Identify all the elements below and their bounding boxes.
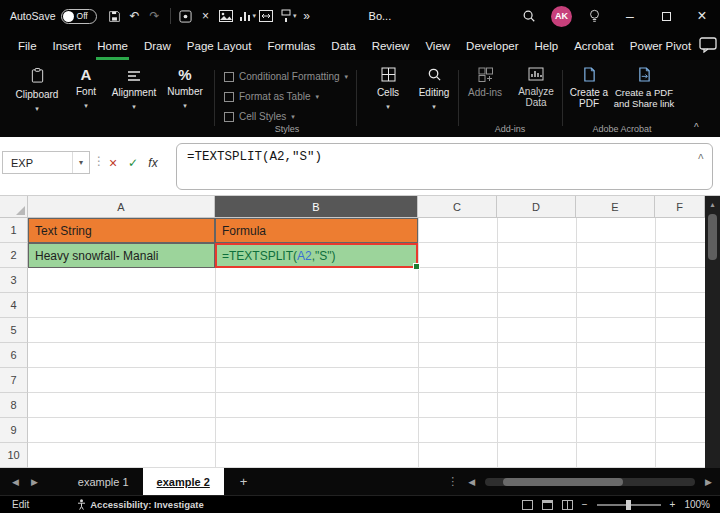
- cell-styles-button[interactable]: Cell Styles ▾: [224, 109, 295, 124]
- sheet-tab-example-1[interactable]: example 1: [64, 468, 143, 495]
- select-all-corner[interactable]: [0, 196, 28, 218]
- collapse-formula-bar-icon[interactable]: ^: [697, 152, 704, 164]
- sheet-nav-left-icon[interactable]: ◀: [12, 477, 19, 487]
- chevron-down-icon[interactable]: ▾: [73, 158, 89, 167]
- accessibility-checker[interactable]: Accessibility: Investigate: [77, 499, 204, 510]
- save-icon[interactable]: [105, 5, 125, 27]
- tab-data[interactable]: Data: [323, 32, 363, 60]
- lightbulb-icon[interactable]: [584, 5, 604, 27]
- alignment-label: Alignment: [112, 87, 156, 98]
- zoom-level[interactable]: 100%: [684, 499, 710, 510]
- page-layout-view-icon[interactable]: [542, 500, 553, 510]
- format-as-table-button[interactable]: Format as Table ▾: [224, 89, 319, 104]
- conditional-formatting-button[interactable]: Conditional Formatting ▾: [224, 69, 348, 84]
- alignment-group-button[interactable]: Alignment ▾: [108, 67, 160, 112]
- clipboard-group-button[interactable]: Clipboard ▾: [12, 67, 62, 114]
- tab-help[interactable]: Help: [527, 32, 567, 60]
- cell-a2[interactable]: Heavy snowfall- Manali: [28, 243, 215, 268]
- scroll-up-icon[interactable]: ▴: [705, 196, 720, 209]
- tab-developer[interactable]: Developer: [458, 32, 526, 60]
- group-divider: [562, 70, 563, 126]
- number-group-button[interactable]: % Number ▾: [162, 67, 208, 111]
- close-button[interactable]: ×: [684, 0, 720, 32]
- name-box[interactable]: EXP ▾: [2, 151, 90, 174]
- merge-center-icon[interactable]: [256, 5, 276, 27]
- name-box-value: EXP: [3, 157, 72, 169]
- hscroll-right-icon[interactable]: ▶: [705, 477, 712, 487]
- zoom-slider-thumb[interactable]: [626, 500, 631, 510]
- row-header-2[interactable]: 2: [0, 243, 28, 268]
- column-header-c[interactable]: C: [418, 196, 497, 218]
- column-header-f[interactable]: F: [655, 196, 705, 218]
- tab-file[interactable]: File: [10, 32, 45, 60]
- cancel-entry-icon[interactable]: ×: [104, 153, 122, 173]
- maximize-button[interactable]: [648, 0, 684, 32]
- row-header-1[interactable]: 1: [0, 218, 28, 243]
- touch-mode-icon[interactable]: [176, 5, 196, 27]
- formula-input[interactable]: =TEXTSPLIT(A2,"S") ^: [176, 143, 713, 190]
- column-header-a[interactable]: A: [28, 196, 215, 218]
- row-header-6[interactable]: 6: [0, 343, 28, 368]
- row-header-10[interactable]: 10: [0, 443, 28, 468]
- sheet-nav-right-icon[interactable]: ▶: [31, 477, 38, 487]
- row-header-4[interactable]: 4: [0, 293, 28, 318]
- tab-insert[interactable]: Insert: [45, 32, 90, 60]
- collapse-ribbon-icon[interactable]: ^: [694, 122, 699, 133]
- redo-icon[interactable]: ↷: [145, 5, 165, 27]
- row-header-7[interactable]: 7: [0, 368, 28, 393]
- comments-icon[interactable]: [699, 37, 717, 55]
- hscroll-left-icon[interactable]: ◀: [468, 477, 475, 487]
- vertical-scroll-thumb[interactable]: [708, 214, 717, 260]
- confirm-entry-icon[interactable]: ✓: [124, 153, 142, 173]
- zoom-in-icon[interactable]: +: [670, 499, 676, 510]
- cell-a1[interactable]: Text String: [28, 218, 215, 243]
- column-header-d[interactable]: D: [497, 196, 576, 218]
- account-avatar[interactable]: AK: [551, 6, 572, 27]
- sheet-tab-example-2[interactable]: example 2: [143, 468, 224, 495]
- tab-formulas[interactable]: Formulas: [259, 32, 323, 60]
- create-pdf-share-button[interactable]: Create a PDF and Share link: [612, 67, 676, 109]
- tab-power-pivot[interactable]: Power Pivot: [622, 32, 699, 60]
- create-pdf-button[interactable]: Create a PDF: [566, 67, 612, 109]
- tab-review[interactable]: Review: [364, 32, 418, 60]
- tab-draw[interactable]: Draw: [136, 32, 179, 60]
- add-ins-button[interactable]: Add-ins: [462, 67, 508, 98]
- scrollbar-handle-icon[interactable]: ⋮: [447, 475, 458, 488]
- cell-b2-editing[interactable]: =TEXTSPLIT( A2 ,"S"): [215, 243, 418, 268]
- search-icon[interactable]: [519, 5, 539, 27]
- row-header-9[interactable]: 9: [0, 418, 28, 443]
- column-header-b[interactable]: B: [215, 196, 418, 218]
- undo-icon[interactable]: ↶: [125, 5, 145, 27]
- column-header-e[interactable]: E: [576, 196, 655, 218]
- normal-view-icon[interactable]: [522, 500, 533, 510]
- row-header-5[interactable]: 5: [0, 318, 28, 343]
- analyze-data-button[interactable]: Analyze Data: [510, 67, 562, 108]
- cell-b1[interactable]: Formula: [215, 218, 418, 243]
- horizontal-scroll-thumb[interactable]: [503, 478, 623, 486]
- zoom-slider[interactable]: [597, 504, 661, 506]
- vertical-scrollbar[interactable]: ▴: [705, 196, 720, 468]
- create-pdf-label: Create a PDF: [566, 87, 612, 109]
- delete-cells-icon[interactable]: ×: [196, 5, 216, 27]
- new-sheet-icon[interactable]: +: [240, 474, 248, 489]
- horizontal-scrollbar[interactable]: [485, 478, 695, 486]
- cells-group-button[interactable]: Cells ▾: [366, 67, 410, 112]
- format-as-table-label: Format as Table: [239, 91, 311, 102]
- row-header-8[interactable]: 8: [0, 393, 28, 418]
- autosave-toggle[interactable]: Off: [61, 9, 97, 24]
- tab-acrobat[interactable]: Acrobat: [566, 32, 622, 60]
- zoom-out-icon[interactable]: −: [582, 499, 588, 510]
- page-break-view-icon[interactable]: [562, 500, 573, 510]
- row-header-3[interactable]: 3: [0, 268, 28, 293]
- tab-home[interactable]: Home: [89, 32, 136, 60]
- insert-function-icon[interactable]: fx: [144, 153, 162, 173]
- document-title[interactable]: Bo...: [369, 10, 392, 22]
- font-group-button[interactable]: A Font ▾: [66, 67, 106, 111]
- picture-icon[interactable]: [216, 5, 236, 27]
- more-commands-icon[interactable]: »: [297, 5, 317, 27]
- tab-page-layout[interactable]: Page Layout: [179, 32, 260, 60]
- fill-handle[interactable]: [413, 263, 420, 270]
- minimize-button[interactable]: –: [612, 0, 648, 32]
- tab-view[interactable]: View: [417, 32, 458, 60]
- editing-group-button[interactable]: Editing ▾: [412, 67, 456, 112]
